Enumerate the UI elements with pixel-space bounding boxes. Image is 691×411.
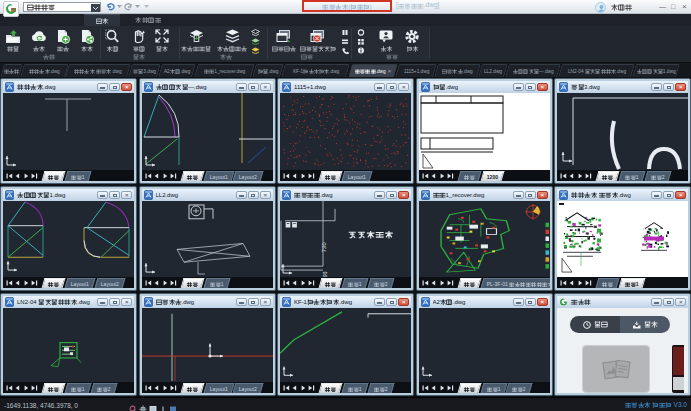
svg-text:0: 0 xyxy=(321,242,327,245)
svg-text:0: 0 xyxy=(323,271,328,274)
